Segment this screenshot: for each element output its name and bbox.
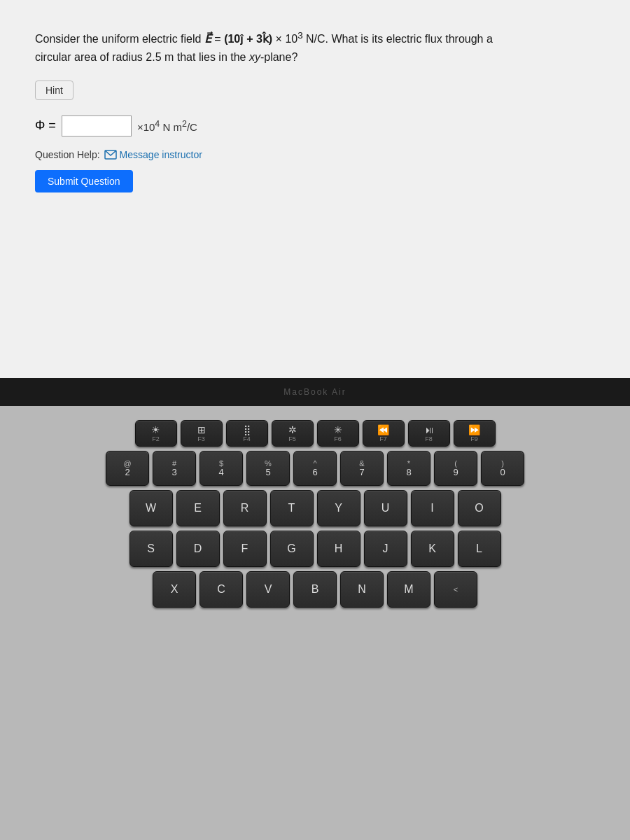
key-w[interactable]: W — [130, 490, 173, 526]
hint-button[interactable]: Hint — [35, 80, 74, 100]
key-h[interactable]: H — [317, 531, 360, 567]
key-y[interactable]: Y — [317, 490, 360, 526]
key-m-label: M — [404, 583, 413, 596]
message-instructor-text: Message instructor — [120, 149, 202, 160]
key-h-label: H — [335, 542, 343, 555]
f9-label: F9 — [470, 435, 478, 442]
key-i[interactable]: I — [411, 490, 454, 526]
question-help-row: Question Help: Message instructor — [35, 149, 595, 160]
submit-question-button[interactable]: Submit Question — [35, 170, 133, 192]
key-s[interactable]: S — [130, 531, 173, 567]
fn-key-row: ☀ F2 ⊞ F3 ⣿ F4 ✲ F5 ✳ F6 ⏪ F7 ⏯ F8 ⏩ F9 — [21, 420, 609, 447]
key-e[interactable]: E — [176, 490, 220, 526]
key-b-label: B — [312, 583, 319, 596]
key-f[interactable]: F — [223, 531, 267, 567]
key-v[interactable]: V — [246, 571, 290, 608]
laptop-bezel: MacBook Air — [0, 378, 630, 406]
key-o-label: O — [475, 502, 483, 514]
unit-label: ×104 N m2/C — [137, 119, 197, 133]
key-lparen-9[interactable]: ( 9 — [434, 451, 477, 486]
key-b[interactable]: B — [293, 571, 337, 608]
kbd-brightness-up-icon: ✳ — [334, 424, 342, 435]
key-l[interactable]: L — [458, 531, 501, 567]
key-f8[interactable]: ⏯ F8 — [408, 420, 450, 447]
key-d[interactable]: D — [176, 531, 220, 567]
key-hash-3[interactable]: # 3 — [153, 451, 196, 486]
macbook-brand-text: MacBook Air — [284, 387, 346, 397]
message-instructor-link[interactable]: Message instructor — [104, 149, 202, 160]
key-k-label: K — [428, 542, 436, 555]
key-r-label: R — [241, 502, 249, 514]
key-k[interactable]: K — [411, 531, 454, 567]
key-0: 0 — [500, 468, 505, 477]
f7-label: F7 — [379, 435, 387, 442]
screen-area: Consider the uniform electric field E⃗ =… — [0, 0, 630, 378]
key-f7[interactable]: ⏪ F7 — [363, 420, 405, 447]
f2-label: F2 — [152, 435, 160, 442]
key-j[interactable]: J — [364, 531, 407, 567]
key-7: 7 — [359, 468, 364, 477]
key-u[interactable]: U — [364, 490, 407, 526]
mail-icon — [104, 150, 117, 160]
key-f2[interactable]: ☀ F2 — [135, 420, 177, 447]
phi-label: Φ = — [35, 118, 56, 133]
key-f4[interactable]: ⣿ F4 — [226, 420, 268, 447]
key-u-label: U — [382, 502, 390, 514]
key-8: 8 — [406, 468, 411, 477]
launchpad-icon: ⣿ — [244, 424, 251, 435]
answer-input[interactable] — [62, 115, 132, 136]
key-c-label: C — [217, 583, 225, 596]
key-x-label: X — [171, 583, 178, 596]
key-f3[interactable]: ⊞ F3 — [181, 420, 223, 447]
key-less-than[interactable]: < — [434, 571, 477, 608]
key-t[interactable]: T — [270, 490, 314, 526]
kbd-brightness-down-icon: ✲ — [288, 424, 297, 435]
key-y-label: Y — [335, 502, 342, 514]
key-g[interactable]: G — [270, 531, 314, 567]
key-2: 2 — [125, 468, 130, 477]
fast-forward-icon: ⏩ — [468, 424, 480, 435]
key-l-label: L — [476, 542, 482, 555]
brightness-down-icon: ☀ — [151, 424, 160, 435]
play-pause-icon: ⏯ — [424, 424, 434, 435]
key-f9[interactable]: ⏩ F9 — [454, 420, 496, 447]
asdf-key-row: S D F G H J K L — [21, 531, 609, 567]
key-f5[interactable]: ✲ F5 — [272, 420, 314, 447]
key-x[interactable]: X — [153, 571, 196, 608]
key-d-label: D — [194, 542, 202, 555]
question-text: Consider the uniform electric field E⃗ =… — [35, 28, 595, 66]
key-at-2[interactable]: @ 2 — [106, 451, 149, 486]
key-percent-5[interactable]: % 5 — [246, 451, 290, 486]
keyboard-area: ☀ F2 ⊞ F3 ⣿ F4 ✲ F5 ✳ F6 ⏪ F7 ⏯ F8 ⏩ F9 — [0, 406, 630, 840]
key-t-label: T — [288, 502, 295, 514]
key-rparen-0[interactable]: ) 0 — [481, 451, 524, 486]
answer-row: Φ = ×104 N m2/C — [35, 115, 595, 136]
key-3: 3 — [172, 468, 176, 477]
f6-label: F6 — [334, 435, 342, 442]
key-6: 6 — [312, 468, 317, 477]
key-m[interactable]: M — [387, 571, 430, 608]
key-f-label: F — [241, 542, 248, 555]
key-4: 4 — [218, 468, 223, 477]
key-v-label: V — [265, 583, 272, 596]
key-w-label: W — [146, 502, 156, 514]
key-lt-symbol: < — [454, 586, 458, 594]
question-help-label: Question Help: — [35, 149, 100, 160]
key-f6[interactable]: ✳ F6 — [317, 420, 359, 447]
f3-label: F3 — [197, 435, 205, 442]
zxcv-key-row: X C V B N M < — [21, 571, 609, 608]
key-e-label: E — [194, 502, 202, 514]
key-ampersand-7[interactable]: & 7 — [340, 451, 384, 486]
key-c[interactable]: C — [200, 571, 243, 608]
key-o[interactable]: O — [458, 490, 501, 526]
key-n[interactable]: N — [340, 571, 384, 608]
key-s-label: S — [147, 542, 155, 555]
key-i-label: I — [430, 502, 433, 514]
key-caret-6[interactable]: ^ 6 — [293, 451, 337, 486]
number-key-row: @ 2 # 3 $ 4 % 5 ^ 6 & 7 * 8 ( 9 — [21, 451, 609, 486]
key-g-label: G — [287, 542, 295, 555]
key-r[interactable]: R — [223, 490, 267, 526]
key-asterisk-8[interactable]: * 8 — [387, 451, 430, 486]
key-n-label: N — [358, 583, 366, 596]
key-dollar-4[interactable]: $ 4 — [200, 451, 243, 486]
